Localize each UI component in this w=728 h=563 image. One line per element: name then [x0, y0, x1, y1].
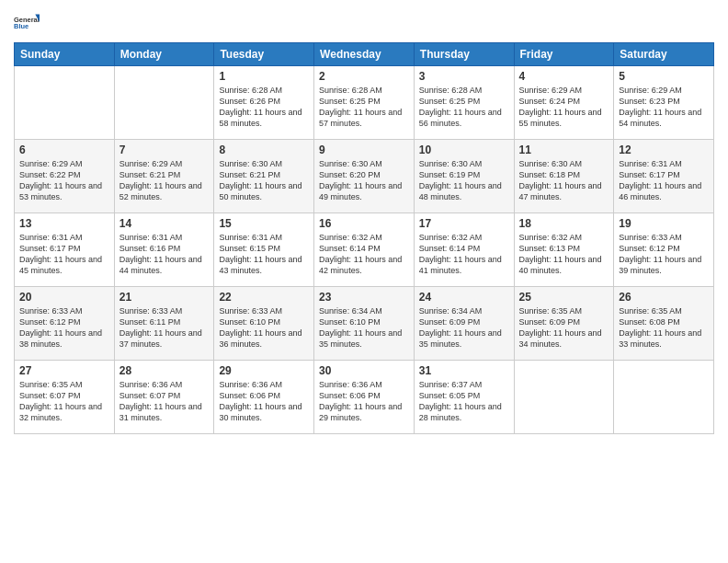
day-info: Sunrise: 6:35 AM Sunset: 6:08 PM Dayligh… — [619, 305, 709, 350]
day-number: 13 — [19, 217, 109, 230]
day-number: 1 — [219, 70, 309, 83]
day-info: Sunrise: 6:31 AM Sunset: 6:15 PM Dayligh… — [219, 232, 309, 277]
day-number: 11 — [519, 144, 609, 156]
day-number: 29 — [219, 364, 309, 377]
day-number: 10 — [419, 144, 509, 156]
day-info: Sunrise: 6:36 AM Sunset: 6:06 PM Dayligh… — [219, 379, 309, 424]
day-info: Sunrise: 6:28 AM Sunset: 6:26 PM Dayligh… — [219, 85, 309, 130]
calendar-cell: 17Sunrise: 6:32 AM Sunset: 6:14 PM Dayli… — [414, 213, 514, 287]
calendar-cell: 10Sunrise: 6:30 AM Sunset: 6:19 PM Dayli… — [414, 140, 514, 213]
calendar-cell: 20Sunrise: 6:33 AM Sunset: 6:12 PM Dayli… — [15, 287, 115, 361]
calendar-cell — [15, 66, 115, 140]
calendar-cell: 3Sunrise: 6:28 AM Sunset: 6:25 PM Daylig… — [414, 66, 514, 140]
logo: GeneralBlue — [14, 9, 40, 35]
logo-icon: GeneralBlue — [14, 9, 40, 35]
week-row-4: 20Sunrise: 6:33 AM Sunset: 6:12 PM Dayli… — [15, 287, 714, 361]
day-number: 2 — [319, 70, 409, 83]
calendar-cell: 27Sunrise: 6:35 AM Sunset: 6:07 PM Dayli… — [15, 361, 115, 434]
day-info: Sunrise: 6:36 AM Sunset: 6:07 PM Dayligh… — [119, 379, 210, 424]
day-info: Sunrise: 6:33 AM Sunset: 6:12 PM Dayligh… — [619, 232, 709, 277]
day-number: 18 — [519, 217, 609, 230]
day-info: Sunrise: 6:30 AM Sunset: 6:19 PM Dayligh… — [419, 158, 509, 203]
calendar-cell: 4Sunrise: 6:29 AM Sunset: 6:24 PM Daylig… — [514, 66, 614, 140]
calendar-cell: 8Sunrise: 6:30 AM Sunset: 6:21 PM Daylig… — [214, 140, 314, 213]
calendar-cell: 1Sunrise: 6:28 AM Sunset: 6:26 PM Daylig… — [214, 66, 314, 140]
day-number: 16 — [319, 217, 409, 230]
header-wednesday: Wednesday — [314, 43, 415, 66]
day-info: Sunrise: 6:34 AM Sunset: 6:09 PM Dayligh… — [419, 305, 509, 350]
calendar-cell — [514, 361, 614, 434]
day-number: 25 — [519, 291, 609, 304]
day-info: Sunrise: 6:34 AM Sunset: 6:10 PM Dayligh… — [319, 305, 409, 350]
calendar-cell: 7Sunrise: 6:29 AM Sunset: 6:21 PM Daylig… — [114, 140, 214, 213]
day-info: Sunrise: 6:36 AM Sunset: 6:06 PM Dayligh… — [319, 379, 409, 424]
week-row-5: 27Sunrise: 6:35 AM Sunset: 6:07 PM Dayli… — [15, 361, 714, 434]
day-info: Sunrise: 6:29 AM Sunset: 6:21 PM Dayligh… — [119, 158, 210, 203]
week-row-2: 6Sunrise: 6:29 AM Sunset: 6:22 PM Daylig… — [15, 140, 714, 213]
day-info: Sunrise: 6:28 AM Sunset: 6:25 PM Dayligh… — [319, 85, 409, 130]
calendar-cell: 2Sunrise: 6:28 AM Sunset: 6:25 PM Daylig… — [314, 66, 415, 140]
calendar-cell — [114, 66, 214, 140]
calendar-table: SundayMondayTuesdayWednesdayThursdayFrid… — [14, 42, 714, 434]
day-info: Sunrise: 6:37 AM Sunset: 6:05 PM Dayligh… — [419, 379, 509, 424]
day-info: Sunrise: 6:28 AM Sunset: 6:25 PM Dayligh… — [419, 85, 509, 130]
day-number: 4 — [519, 70, 609, 83]
calendar-cell: 31Sunrise: 6:37 AM Sunset: 6:05 PM Dayli… — [414, 361, 514, 434]
calendar-cell: 5Sunrise: 6:29 AM Sunset: 6:23 PM Daylig… — [614, 66, 714, 140]
day-number: 14 — [119, 217, 210, 230]
day-info: Sunrise: 6:33 AM Sunset: 6:12 PM Dayligh… — [19, 305, 109, 350]
day-info: Sunrise: 6:30 AM Sunset: 6:18 PM Dayligh… — [519, 158, 609, 203]
day-info: Sunrise: 6:33 AM Sunset: 6:10 PM Dayligh… — [219, 305, 309, 350]
day-number: 21 — [119, 291, 210, 304]
calendar-cell: 19Sunrise: 6:33 AM Sunset: 6:12 PM Dayli… — [614, 213, 714, 287]
day-number: 31 — [419, 364, 509, 377]
day-number: 30 — [319, 364, 409, 377]
header-friday: Friday — [514, 43, 614, 66]
svg-text:Blue: Blue — [14, 22, 28, 30]
day-info: Sunrise: 6:35 AM Sunset: 6:07 PM Dayligh… — [19, 379, 109, 424]
calendar-cell: 6Sunrise: 6:29 AM Sunset: 6:22 PM Daylig… — [15, 140, 115, 213]
day-number: 19 — [619, 217, 709, 230]
main-container: GeneralBlue SundayMondayTuesdayWednesday… — [0, 0, 728, 443]
header-sunday: Sunday — [15, 43, 115, 66]
day-number: 5 — [619, 70, 709, 83]
day-info: Sunrise: 6:31 AM Sunset: 6:16 PM Dayligh… — [119, 232, 210, 277]
day-info: Sunrise: 6:29 AM Sunset: 6:23 PM Dayligh… — [619, 85, 709, 130]
header-saturday: Saturday — [614, 43, 714, 66]
day-number: 24 — [419, 291, 509, 304]
calendar-cell: 30Sunrise: 6:36 AM Sunset: 6:06 PM Dayli… — [314, 361, 415, 434]
day-info: Sunrise: 6:29 AM Sunset: 6:22 PM Dayligh… — [19, 158, 109, 203]
day-info: Sunrise: 6:35 AM Sunset: 6:09 PM Dayligh… — [519, 305, 609, 350]
day-number: 23 — [319, 291, 409, 304]
calendar-cell: 11Sunrise: 6:30 AM Sunset: 6:18 PM Dayli… — [514, 140, 614, 213]
day-info: Sunrise: 6:32 AM Sunset: 6:13 PM Dayligh… — [519, 232, 609, 277]
day-number: 7 — [119, 144, 210, 156]
header-tuesday: Tuesday — [214, 43, 314, 66]
calendar-cell — [614, 361, 714, 434]
calendar-cell: 23Sunrise: 6:34 AM Sunset: 6:10 PM Dayli… — [314, 287, 415, 361]
calendar-cell: 9Sunrise: 6:30 AM Sunset: 6:20 PM Daylig… — [314, 140, 415, 213]
day-info: Sunrise: 6:29 AM Sunset: 6:24 PM Dayligh… — [519, 85, 609, 130]
day-info: Sunrise: 6:30 AM Sunset: 6:20 PM Dayligh… — [319, 158, 409, 203]
day-number: 8 — [219, 144, 309, 156]
day-number: 12 — [619, 144, 709, 156]
calendar-cell: 16Sunrise: 6:32 AM Sunset: 6:14 PM Dayli… — [314, 213, 415, 287]
header-thursday: Thursday — [414, 43, 514, 66]
day-number: 3 — [419, 70, 509, 83]
header: GeneralBlue — [14, 9, 714, 35]
day-number: 27 — [19, 364, 109, 377]
calendar-cell: 22Sunrise: 6:33 AM Sunset: 6:10 PM Dayli… — [214, 287, 314, 361]
day-number: 22 — [219, 291, 309, 304]
calendar-cell: 29Sunrise: 6:36 AM Sunset: 6:06 PM Dayli… — [214, 361, 314, 434]
day-number: 15 — [219, 217, 309, 230]
week-row-3: 13Sunrise: 6:31 AM Sunset: 6:17 PM Dayli… — [15, 213, 714, 287]
calendar-cell: 24Sunrise: 6:34 AM Sunset: 6:09 PM Dayli… — [414, 287, 514, 361]
day-info: Sunrise: 6:31 AM Sunset: 6:17 PM Dayligh… — [619, 158, 709, 203]
calendar-cell: 14Sunrise: 6:31 AM Sunset: 6:16 PM Dayli… — [114, 213, 214, 287]
day-info: Sunrise: 6:33 AM Sunset: 6:11 PM Dayligh… — [119, 305, 210, 350]
calendar-cell: 26Sunrise: 6:35 AM Sunset: 6:08 PM Dayli… — [614, 287, 714, 361]
day-info: Sunrise: 6:31 AM Sunset: 6:17 PM Dayligh… — [19, 232, 109, 277]
calendar-cell: 13Sunrise: 6:31 AM Sunset: 6:17 PM Dayli… — [15, 213, 115, 287]
day-number: 20 — [19, 291, 109, 304]
calendar-cell: 25Sunrise: 6:35 AM Sunset: 6:09 PM Dayli… — [514, 287, 614, 361]
